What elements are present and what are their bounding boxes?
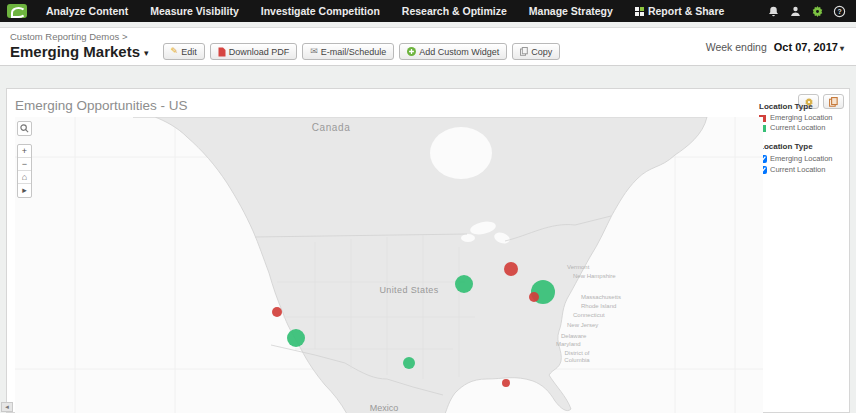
filter-emerging-location[interactable]: Emerging Location: [759, 153, 845, 164]
home-button[interactable]: ⌂: [18, 171, 31, 184]
nav-item-label: Measure Visibility: [150, 0, 239, 22]
filter-title: Location Type: [759, 142, 845, 151]
date-caret-icon: ▾: [840, 44, 844, 53]
zoom-out-button[interactable]: −: [18, 158, 31, 171]
page: { "nav": { "items": ["Analyze Content", …: [0, 0, 856, 413]
map-marker-current[interactable]: [287, 329, 305, 347]
collapse-panel-button[interactable]: ◄: [1, 402, 13, 412]
nav-item-research-optimize[interactable]: Research & Optimize: [391, 0, 518, 22]
brand-logo[interactable]: [7, 4, 27, 18]
user-icon[interactable]: [789, 5, 802, 18]
download-pdf-label: Download PDF: [229, 47, 290, 57]
map-legend: Location Type Emerging Location Current …: [759, 102, 845, 175]
map-marker-current[interactable]: [403, 357, 415, 369]
widget-title: Emerging Opportunities - US: [15, 98, 188, 113]
legend-item-current: Current Location: [759, 123, 845, 133]
email-schedule-label: E-mail/Schedule: [321, 47, 387, 57]
nav-item-label: Report & Share: [648, 0, 724, 22]
svg-text:?: ?: [837, 7, 841, 14]
copy-button-label: Copy: [531, 47, 552, 57]
pdf-icon: [218, 47, 226, 57]
envelope-icon: ✉: [310, 47, 318, 56]
nav-item-measure-visibility[interactable]: Measure Visibility: [139, 0, 250, 22]
legend-item-label: Current Location: [770, 123, 825, 133]
nav-item-label: Investigate Competition: [261, 0, 380, 22]
header-buttons: ✎Edit Download PDF ✉E-mail/Schedule Add …: [163, 43, 561, 60]
nav-item-analyze-content[interactable]: Analyze Content: [35, 0, 139, 22]
filter-current-location[interactable]: Current Location: [759, 164, 845, 175]
legend-filters: Location Type Emerging Location Current …: [759, 142, 845, 175]
magnifier-icon: [20, 124, 29, 133]
week-ending-date: Oct 07, 2017: [774, 41, 838, 53]
nav-item-manage-strategy[interactable]: Manage Strategy: [518, 0, 624, 22]
add-custom-widget-button[interactable]: Add Custom Widget: [399, 43, 507, 60]
add-custom-widget-label: Add Custom Widget: [419, 47, 499, 57]
map-zoom-controls: + − ⌂ ▸: [17, 144, 32, 198]
page-title: Emerging Markets: [10, 43, 140, 60]
edit-button-label: Edit: [181, 47, 197, 57]
map-marker-current[interactable]: [455, 275, 473, 293]
week-ending-date-dropdown[interactable]: Oct 07, 2017▾: [774, 41, 844, 53]
map-search-button[interactable]: [17, 121, 32, 136]
copy-icon: [520, 47, 528, 56]
widget-panel: Emerging Opportunities - US Location Typ…: [6, 88, 850, 413]
map-canvas[interactable]: Canada United States Mexico Vermont New …: [15, 117, 763, 413]
map-marker-emerging[interactable]: [529, 292, 539, 302]
nav-icon-group: ?: [767, 5, 856, 18]
copy-button[interactable]: Copy: [512, 43, 560, 60]
map-marker-emerging[interactable]: [272, 307, 282, 317]
nav-item-label: Research & Optimize: [402, 0, 507, 22]
bell-icon[interactable]: [767, 5, 780, 18]
map-marker-emerging[interactable]: [502, 379, 510, 387]
title-dropdown-caret-icon[interactable]: ▾: [144, 48, 149, 58]
zoom-in-button[interactable]: +: [18, 145, 31, 158]
legend-title: Location Type: [759, 102, 845, 111]
email-schedule-button[interactable]: ✉E-mail/Schedule: [302, 43, 394, 60]
nav-item-report-share[interactable]: Report & Share: [624, 0, 735, 22]
pan-mode-button[interactable]: ▸: [18, 184, 31, 197]
legend-item-label: Emerging Location: [770, 113, 833, 123]
nav-item-label: Analyze Content: [46, 0, 128, 22]
plus-icon: [407, 47, 416, 56]
filter-label: Current Location: [770, 164, 825, 175]
pencil-icon: ✎: [171, 47, 179, 56]
report-header: Custom Reporting Demos > Emerging Market…: [0, 27, 856, 66]
nav-item-investigate-competition[interactable]: Investigate Competition: [250, 0, 391, 22]
download-pdf-button[interactable]: Download PDF: [210, 43, 298, 60]
week-ending-control: Week ending Oct 07, 2017▾: [706, 41, 844, 53]
legend-item-emerging: Emerging Location: [759, 113, 845, 123]
gear-icon[interactable]: [811, 5, 824, 18]
grid-icon: [635, 7, 644, 16]
help-icon[interactable]: ?: [833, 5, 846, 18]
filter-label: Emerging Location: [770, 153, 833, 164]
top-nav: Analyze Content Measure Visibility Inves…: [0, 0, 856, 22]
nav-item-label: Manage Strategy: [529, 0, 613, 22]
basemap: [15, 117, 763, 413]
edit-button[interactable]: ✎Edit: [163, 43, 205, 60]
week-ending-label: Week ending: [706, 41, 767, 53]
map-marker-emerging[interactable]: [504, 262, 518, 276]
